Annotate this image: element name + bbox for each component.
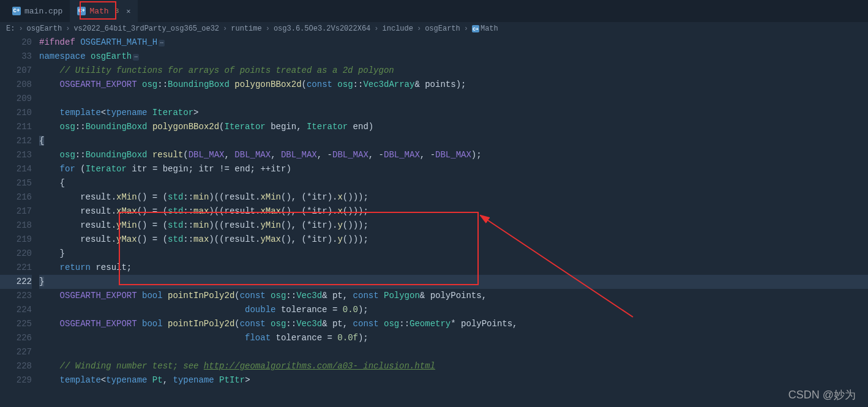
crumb[interactable]: vs2022_64bit_3rdParty_osg365_oe32 (73, 24, 219, 33)
cpp-file-icon: C+ (472, 25, 479, 32)
tab-bar: C+ main.cpp C+ Math 3 ✕ (0, 0, 868, 22)
code-editor[interactable]: 20 33 207 208 209 210 211 212 213 214 21… (0, 35, 868, 407)
cpp-file-icon: C+ (12, 7, 21, 15)
crumb[interactable]: osgEarth (27, 24, 62, 33)
cpp-file-icon: C+ (77, 7, 86, 15)
code-content[interactable]: #ifndef OSGEARTH_MATH_H⋯ namespace osgEa… (39, 35, 868, 407)
crumb[interactable]: include (383, 24, 413, 33)
fold-indicator[interactable]: ⋯ (159, 40, 165, 47)
crumb[interactable]: osgEarth (425, 24, 460, 33)
tab-label: Math (89, 7, 108, 16)
line-number-gutter: 20 33 207 208 209 210 211 212 213 214 21… (0, 35, 39, 407)
crumb[interactable]: runtime (231, 24, 261, 33)
tab-error-badge: 3 (115, 7, 119, 15)
close-icon[interactable]: ✕ (126, 7, 130, 16)
crumb[interactable]: E: (6, 24, 15, 33)
tab-main-cpp[interactable]: C+ main.cpp (5, 0, 70, 22)
fold-indicator[interactable]: ⋯ (133, 54, 139, 61)
crumb[interactable]: Math (481, 24, 498, 33)
tab-label: main.cpp (24, 7, 62, 16)
crumb[interactable]: osg3.6.5Oe3.2Vs2022X64 (274, 24, 370, 33)
watermark: CSDN @妙为 (788, 387, 856, 402)
breadcrumb: E:› osgEarth› vs2022_64bit_3rdParty_osg3… (0, 22, 868, 35)
tab-math[interactable]: C+ Math 3 ✕ (70, 0, 138, 22)
